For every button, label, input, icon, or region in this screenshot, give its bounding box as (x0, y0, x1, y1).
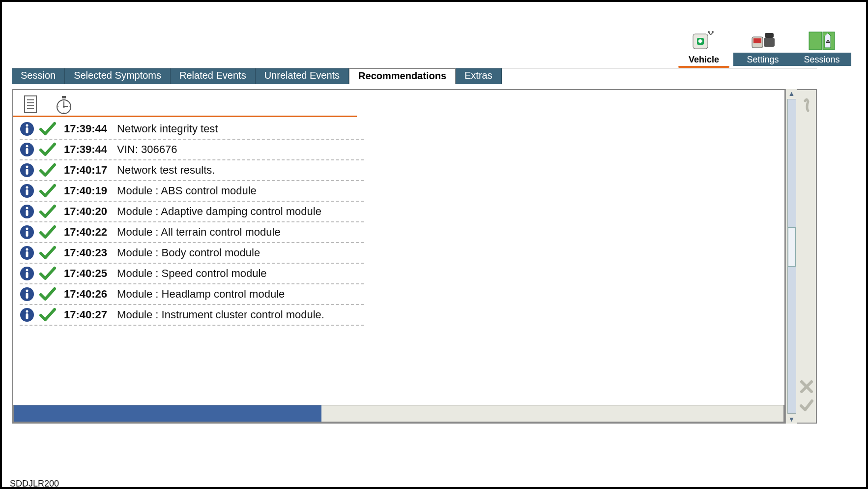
horizontal-scrollbar-thumb[interactable] (14, 405, 321, 422)
mode-vehicle-label: Vehicle (674, 53, 733, 66)
log-timestamp: 17:40:26 (61, 288, 109, 301)
tab-extras[interactable]: Extras (456, 68, 502, 84)
svg-rect-36 (26, 169, 29, 175)
confirm-icon[interactable] (799, 398, 814, 413)
log-description: Network test results. (114, 164, 215, 177)
scroll-down-icon[interactable]: ▼ (788, 416, 795, 423)
log-description: Network integrity test (114, 122, 218, 135)
check-icon (39, 266, 56, 281)
side-toolbar (797, 89, 817, 424)
info-icon[interactable] (20, 307, 34, 322)
scroll-up-icon[interactable]: ▲ (788, 90, 795, 97)
cancel-icon[interactable] (799, 379, 814, 394)
log-panel: 17:39:44Network integrity test17:39:44VI… (12, 89, 785, 424)
log-row[interactable]: 17:40:22Module : All terrain control mod… (20, 222, 364, 243)
scroll-track[interactable] (787, 99, 796, 414)
vertical-scrollbar[interactable]: ▲ ▼ (785, 89, 797, 424)
log-timestamp: 17:40:17 (61, 164, 109, 177)
svg-rect-57 (26, 313, 29, 319)
log-row[interactable]: 17:40:19Module : ABS control module (20, 181, 364, 202)
info-icon[interactable] (20, 245, 34, 260)
log-description: Module : Speed control module (114, 267, 267, 280)
svg-rect-8 (764, 38, 775, 47)
info-icon[interactable] (20, 204, 34, 219)
info-icon[interactable] (20, 287, 34, 302)
svg-rect-45 (26, 231, 29, 237)
svg-rect-54 (26, 293, 29, 299)
scroll-thumb[interactable] (788, 227, 796, 267)
svg-point-4 (708, 31, 710, 33)
app-frame: Vehicle Settings ⏏ (0, 0, 868, 489)
log-description: Module : Adaptive damping control module (114, 205, 321, 218)
stethoscope-medkit-icon (690, 29, 718, 53)
check-icon (39, 287, 56, 302)
figure-caption: SDDJLR200 (10, 479, 59, 489)
svg-point-29 (26, 124, 29, 127)
log-row[interactable]: 17:40:25Module : Speed control module (20, 264, 364, 284)
info-icon[interactable] (20, 266, 34, 281)
check-icon (39, 122, 56, 136)
info-icon[interactable] (20, 122, 34, 136)
log-row[interactable]: 17:39:44Network integrity test (20, 119, 364, 140)
log-row[interactable]: 17:40:23Module : Body control module (20, 243, 364, 264)
document-icon[interactable] (23, 95, 40, 115)
mode-sessions-label: Sessions (792, 53, 851, 66)
log-description: VIN: 306676 (114, 143, 177, 156)
sessions-icon: ⏏ (808, 29, 836, 53)
log-body: 17:39:44Network integrity test17:39:44VI… (13, 117, 784, 405)
svg-point-5 (712, 31, 714, 33)
log-row[interactable]: 17:40:20Module : Adaptive damping contro… (20, 202, 364, 222)
svg-point-32 (26, 145, 29, 148)
log-description: Module : Headlamp control module (114, 288, 285, 301)
log-description: Module : Instrument cluster control modu… (114, 308, 324, 321)
svg-rect-9 (765, 33, 774, 38)
info-drag-icon[interactable] (799, 98, 814, 113)
log-row[interactable]: 17:40:17Network test results. (20, 160, 364, 181)
info-icon[interactable] (20, 163, 34, 178)
svg-rect-42 (26, 210, 29, 216)
log-description: Module : All terrain control module (114, 226, 281, 239)
horizontal-scrollbar[interactable] (13, 405, 784, 423)
check-icon (39, 225, 56, 240)
log-row[interactable]: 17:40:27Module : Instrument cluster cont… (20, 305, 364, 326)
mode-vehicle[interactable]: Vehicle (674, 22, 733, 66)
svg-rect-30 (26, 127, 29, 133)
info-icon[interactable] (20, 225, 34, 240)
svg-rect-39 (26, 189, 29, 195)
tab-selected-symptoms[interactable]: Selected Symptoms (65, 68, 171, 84)
log-row[interactable]: 17:39:44VIN: 306676 (20, 140, 364, 160)
log-timestamp: 17:39:44 (61, 143, 109, 156)
svg-rect-14 (25, 96, 36, 113)
mode-settings-label: Settings (733, 53, 792, 66)
svg-rect-33 (26, 148, 29, 154)
log-timestamp: 17:40:27 (61, 308, 109, 321)
svg-point-50 (26, 269, 29, 272)
log-row[interactable]: 17:40:26Module : Headlamp control module (20, 284, 364, 305)
tab-related-events[interactable]: Related Events (171, 68, 256, 84)
log-timestamp: 17:39:44 (61, 122, 109, 135)
svg-rect-51 (26, 272, 29, 278)
info-icon[interactable] (20, 142, 34, 157)
log-header (13, 90, 357, 117)
svg-rect-48 (26, 251, 29, 257)
tab-unrelated-events[interactable]: Unrelated Events (256, 68, 349, 84)
svg-text:⏏: ⏏ (826, 38, 830, 44)
stopwatch-icon[interactable] (55, 95, 73, 115)
work-area: 17:39:44Network integrity test17:39:44VI… (12, 89, 817, 424)
mode-sessions[interactable]: ⏏ Sessions (792, 22, 851, 66)
svg-point-53 (26, 290, 29, 292)
mode-bar: Vehicle Settings ⏏ (12, 22, 851, 66)
tab-session[interactable]: Session (12, 68, 65, 84)
tab-recommendations[interactable]: Recommendations (349, 68, 456, 84)
svg-rect-10 (809, 32, 822, 50)
svg-rect-20 (62, 96, 66, 98)
check-icon (39, 142, 56, 157)
log-timestamp: 17:40:19 (61, 184, 109, 197)
log-timestamp: 17:40:25 (61, 267, 109, 280)
svg-point-35 (26, 166, 29, 168)
check-icon (39, 245, 56, 260)
log-timestamp: 17:40:23 (61, 246, 109, 259)
mode-settings[interactable]: Settings (733, 22, 792, 66)
info-icon[interactable] (20, 183, 34, 198)
check-icon (39, 307, 56, 322)
